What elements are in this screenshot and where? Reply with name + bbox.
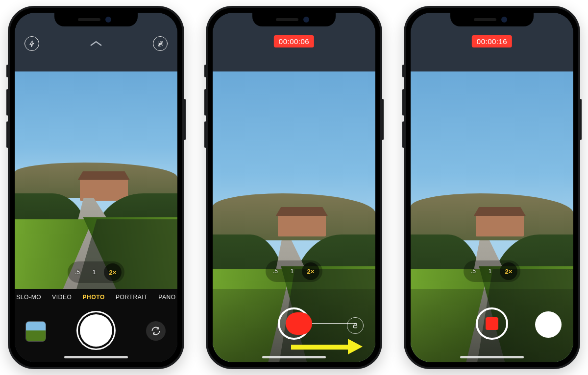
home-indicator[interactable] <box>460 356 524 358</box>
zoom-0-5x[interactable]: .5 <box>71 265 84 279</box>
stop-recording-button[interactable] <box>476 307 508 340</box>
lock-icon[interactable] <box>347 317 364 334</box>
zoom-2x[interactable]: 2× <box>302 262 319 280</box>
phone-2: 00:00:06 .5 1 2× <box>206 6 382 369</box>
home-indicator[interactable] <box>262 356 326 358</box>
mode-slomo[interactable]: SLO-MO <box>16 294 41 301</box>
home-indicator[interactable] <box>64 356 128 358</box>
camera-app-screen: 00:00:16 .5 1 2× <box>411 13 573 362</box>
zoom-2x[interactable]: 2× <box>104 263 122 281</box>
camera-bottom-bar: SLO-MO VIDEO PHOTO PORTRAIT PANO <box>15 289 177 362</box>
recording-controls <box>411 289 573 362</box>
mode-portrait[interactable]: PORTRAIT <box>116 294 147 301</box>
slide-right-arrow-hint <box>291 339 369 354</box>
quicktake-controls <box>213 289 375 362</box>
viewfinder[interactable]: .5 1 2× <box>213 71 375 362</box>
shutter-button[interactable] <box>80 314 112 347</box>
device-notch <box>450 13 534 26</box>
stop-icon <box>486 317 498 330</box>
viewfinder[interactable]: .5 1 2× <box>411 71 573 362</box>
zoom-2x[interactable]: 2× <box>500 262 517 280</box>
viewfinder[interactable]: .5 1 2× <box>15 71 177 289</box>
zoom-1x[interactable]: 1 <box>285 264 299 278</box>
recording-timer: 00:00:16 <box>472 35 512 47</box>
zoom-1x[interactable]: 1 <box>483 264 497 278</box>
zoom-control[interactable]: .5 1 2× <box>68 261 124 283</box>
recording-timer: 00:00:06 <box>274 35 314 47</box>
mode-selector[interactable]: SLO-MO VIDEO PHOTO PORTRAIT PANO <box>15 294 177 301</box>
mode-photo[interactable]: PHOTO <box>83 294 105 301</box>
chevron-up-icon[interactable] <box>90 40 102 47</box>
last-photo-thumbnail[interactable] <box>25 321 46 342</box>
camera-flip-button[interactable] <box>146 321 166 341</box>
zoom-1x[interactable]: 1 <box>87 265 101 279</box>
svg-rect-3 <box>354 325 357 328</box>
mode-pano[interactable]: PANO <box>158 294 176 301</box>
capture-still-button[interactable] <box>535 311 562 338</box>
flash-off-icon[interactable] <box>24 36 39 51</box>
mode-video[interactable]: VIDEO <box>52 294 72 301</box>
zoom-control[interactable]: .5 1 2× <box>266 260 322 282</box>
zoom-0-5x[interactable]: .5 <box>269 264 282 278</box>
record-indicator-icon <box>286 312 312 335</box>
zoom-0-5x[interactable]: .5 <box>466 264 480 278</box>
device-notch <box>54 13 138 26</box>
camera-app-screen: .5 1 2× SLO-MO VIDEO PHOTO PORTRAIT PANO <box>15 13 177 362</box>
phone-3: 00:00:16 .5 1 2× <box>404 6 580 369</box>
phone-1: .5 1 2× SLO-MO VIDEO PHOTO PORTRAIT PANO <box>8 6 184 369</box>
camera-app-screen: 00:00:06 .5 1 2× <box>213 13 375 362</box>
live-photo-off-icon[interactable] <box>153 36 168 51</box>
quicktake-shutter[interactable] <box>278 307 310 340</box>
device-notch <box>252 13 336 26</box>
zoom-control[interactable]: .5 1 2× <box>464 260 520 282</box>
